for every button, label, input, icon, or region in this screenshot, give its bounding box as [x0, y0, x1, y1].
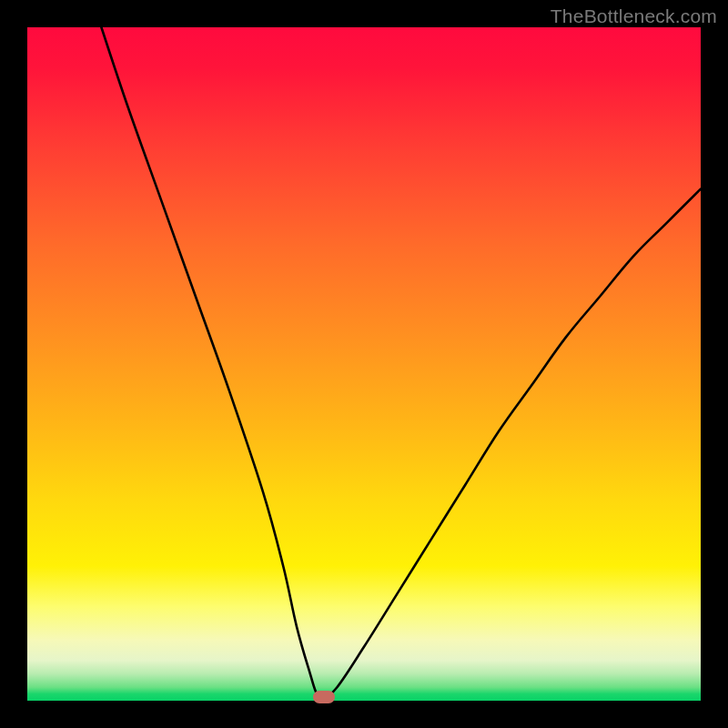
watermark-text: TheBottleneck.com: [551, 5, 717, 27]
plot-area: [27, 27, 701, 701]
minimum-marker: [313, 691, 335, 703]
bottleneck-curve: [27, 27, 701, 701]
chart-frame: TheBottleneck.com: [0, 0, 728, 728]
